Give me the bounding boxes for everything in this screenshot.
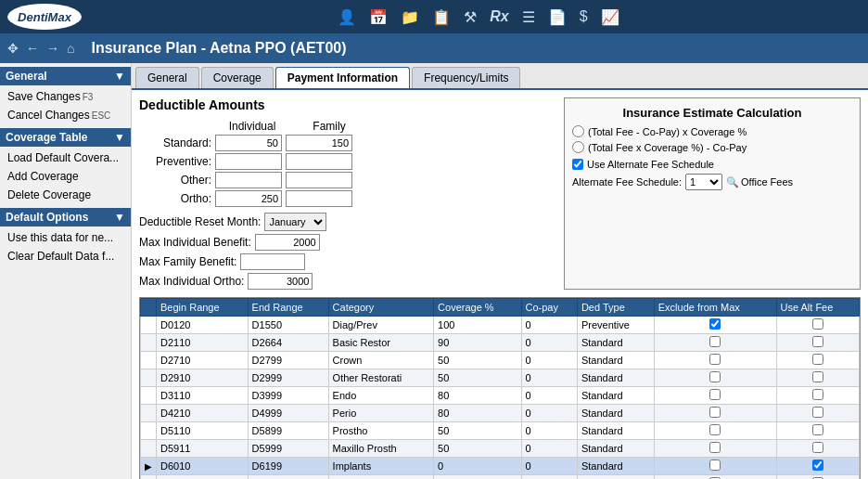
calc-option1-radio[interactable] xyxy=(572,125,584,137)
cursor-icon[interactable]: ✥ xyxy=(7,41,19,56)
cell-use-alt-fee[interactable] xyxy=(776,352,860,369)
ded-other-family[interactable] xyxy=(286,172,352,188)
ded-ortho-family[interactable] xyxy=(286,190,352,207)
cell-use-alt-fee[interactable] xyxy=(776,317,860,334)
tools-icon[interactable]: ⚒ xyxy=(464,8,477,26)
ded-other-individual[interactable] xyxy=(215,172,282,188)
use-alt-fee-checkbox-row[interactable] xyxy=(812,460,823,471)
use-alt-fee-checkbox-row[interactable] xyxy=(812,424,823,435)
exclude-max-checkbox[interactable] xyxy=(709,354,721,365)
exclude-max-checkbox[interactable] xyxy=(709,460,721,471)
sidebar-item-load-default[interactable]: Load Default Covera... xyxy=(0,149,131,167)
sidebar-section-general[interactable]: General ▼ xyxy=(0,67,131,85)
sidebar-item-cancel-changes[interactable]: Cancel Changes ESC xyxy=(0,106,131,124)
cell-exclude-max[interactable] xyxy=(654,317,776,334)
forward-icon[interactable]: → xyxy=(46,41,59,56)
table-row[interactable]: D2910D2999Other Restorati500Standard xyxy=(141,369,860,387)
table-row[interactable]: D3110D3999Endo800Standard xyxy=(141,387,860,405)
use-alt-fee-checkbox-row[interactable] xyxy=(812,442,823,453)
cell-use-alt-fee[interactable] xyxy=(776,387,860,405)
use-alt-fee-checkbox-row[interactable] xyxy=(812,407,823,418)
exclude-max-checkbox[interactable] xyxy=(709,407,721,418)
clipboard-icon[interactable]: 📋 xyxy=(432,8,451,26)
ded-preventive-family[interactable] xyxy=(286,153,352,170)
ded-standard-individual[interactable] xyxy=(215,135,282,151)
calc-option2-radio[interactable] xyxy=(572,141,584,153)
max-individual-ortho-input[interactable] xyxy=(248,273,313,290)
exclude-max-checkbox[interactable] xyxy=(709,442,721,453)
cell-exclude-max[interactable] xyxy=(654,458,776,475)
exclude-max-checkbox[interactable] xyxy=(709,371,721,382)
office-fees-link[interactable]: 🔍 Office Fees xyxy=(726,176,793,188)
table-row[interactable]: D2110D2664Basic Restor900Standard xyxy=(141,334,860,352)
sidebar-item-clear-default[interactable]: Clear Default Data f... xyxy=(0,247,131,265)
table-row[interactable]: D5110D5899Prostho500Standard xyxy=(141,422,860,440)
use-alt-fee-checkbox-row[interactable] xyxy=(812,318,823,330)
cell-use-alt-fee[interactable] xyxy=(776,405,860,422)
use-alt-fee-checkbox-row[interactable] xyxy=(812,371,823,382)
back-icon[interactable]: ← xyxy=(26,41,39,56)
home-icon[interactable]: ⌂ xyxy=(67,41,74,56)
table-row[interactable]: ▶D6010D6199Implants00Standard xyxy=(141,458,860,475)
deductible-reset-select[interactable]: January February March xyxy=(264,213,326,231)
cell-exclude-max[interactable] xyxy=(654,422,776,440)
exclude-max-checkbox[interactable] xyxy=(709,318,721,330)
sidebar-item-use-this-data[interactable]: Use this data for ne... xyxy=(0,228,131,247)
table-row[interactable]: D2710D2799Crown500Standard xyxy=(141,352,860,369)
tab-frequency-limits[interactable]: Frequency/Limits xyxy=(412,67,520,88)
ded-ortho-individual[interactable] xyxy=(215,190,282,207)
rx-icon[interactable]: Rx xyxy=(490,8,508,25)
sidebar-section-coverage-label: Coverage Table xyxy=(6,131,87,144)
sidebar-item-delete-coverage[interactable]: Delete Coverage xyxy=(0,186,131,204)
cell-exclude-max[interactable] xyxy=(654,334,776,352)
cell-exclude-max[interactable] xyxy=(654,405,776,422)
cell-exclude-max[interactable] xyxy=(654,440,776,458)
tab-payment-information[interactable]: Payment Information xyxy=(275,67,410,88)
exclude-max-checkbox[interactable] xyxy=(709,389,721,400)
cell-exclude-max[interactable] xyxy=(654,475,776,480)
cell-use-alt-fee[interactable] xyxy=(776,422,860,440)
sidebar-item-add-coverage[interactable]: Add Coverage xyxy=(0,167,131,186)
use-alt-fee-checkbox-row[interactable] xyxy=(812,389,823,400)
table-row[interactable]: D5911D5999Maxillo Prosth500Standard xyxy=(141,440,860,458)
ded-standard-family[interactable] xyxy=(286,135,352,151)
person-icon[interactable]: 👤 xyxy=(338,8,356,26)
app-logo: DentiMax xyxy=(7,4,82,30)
max-individual-input[interactable] xyxy=(255,234,320,251)
list-icon[interactable]: ☰ xyxy=(522,8,535,26)
cell-exclude-max[interactable] xyxy=(654,369,776,387)
calendar-icon[interactable]: 📅 xyxy=(369,8,388,26)
sidebar-section-coverage-table[interactable]: Coverage Table ▼ xyxy=(0,128,131,147)
cell-use-alt-fee[interactable] xyxy=(776,475,860,480)
sidebar-section-default-options[interactable]: Default Options ▼ xyxy=(0,208,131,227)
cell-use-alt-fee[interactable] xyxy=(776,369,860,387)
alt-fee-select[interactable]: 1 2 xyxy=(685,174,722,190)
cancel-changes-label: Cancel Changes xyxy=(7,109,90,122)
exclude-max-checkbox[interactable] xyxy=(709,336,721,347)
cell-exclude-max[interactable] xyxy=(654,387,776,405)
chart-icon[interactable]: 📈 xyxy=(601,8,619,26)
dollar-icon[interactable]: $ xyxy=(580,8,588,25)
exclude-max-checkbox[interactable] xyxy=(709,424,721,435)
table-row[interactable]: D0120D1550Diag/Prev1000Preventive xyxy=(141,317,860,334)
max-family-input[interactable] xyxy=(240,253,305,270)
row-arrow xyxy=(141,422,157,440)
cell-end: D2664 xyxy=(248,334,328,352)
folder-icon[interactable]: 📁 xyxy=(401,8,419,26)
table-row[interactable]: D6205D6999Prosho Fixed500Standard xyxy=(141,475,860,480)
cell-use-alt-fee[interactable] xyxy=(776,440,860,458)
use-alt-fee-checkbox-row[interactable] xyxy=(812,336,823,347)
cell-use-alt-fee[interactable] xyxy=(776,334,860,352)
sidebar-item-save-changes[interactable]: Save Changes F3 xyxy=(0,87,131,106)
cell-end: D5999 xyxy=(248,440,328,458)
use-alt-fee-checkbox-row[interactable] xyxy=(812,354,823,365)
document-icon[interactable]: 📄 xyxy=(548,8,567,26)
ded-preventive-individual[interactable] xyxy=(215,153,282,170)
cell-exclude-max[interactable] xyxy=(654,352,776,369)
use-alt-fee-checkbox[interactable] xyxy=(572,159,583,170)
table-row[interactable]: D4210D4999Perio800Standard xyxy=(141,405,860,422)
tab-general[interactable]: General xyxy=(135,67,199,88)
tab-coverage[interactable]: Coverage xyxy=(201,67,274,88)
cell-use-alt-fee[interactable] xyxy=(776,458,860,475)
cell-coverage: 80 xyxy=(434,387,521,405)
